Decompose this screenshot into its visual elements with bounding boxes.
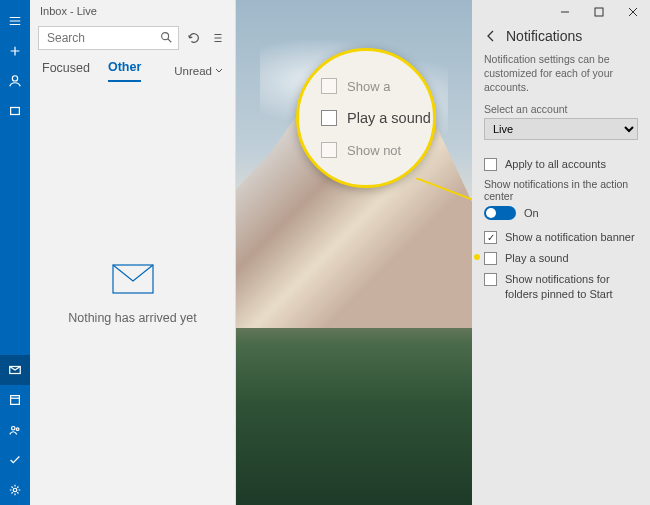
- people-icon[interactable]: [0, 415, 30, 445]
- toggle-label: On: [524, 207, 539, 219]
- message-list-pane: Inbox - Live Focused Other Unread Nothin…: [30, 0, 236, 505]
- settings-icon[interactable]: [0, 475, 30, 505]
- label-apply-all: Apply to all accounts: [505, 157, 606, 171]
- option-apply-all: Apply to all accounts: [484, 157, 638, 171]
- lens-row-top: Show a: [321, 78, 433, 94]
- search-box: [38, 26, 179, 50]
- filter-unread[interactable]: Unread: [174, 65, 223, 77]
- panel-header: Notifications: [484, 28, 638, 44]
- search-input[interactable]: [38, 26, 179, 50]
- label-banner: Show a notification banner: [505, 230, 635, 244]
- panel-description: Notification settings can be customized …: [484, 52, 638, 95]
- filter-unread-label: Unread: [174, 65, 212, 77]
- folders-icon[interactable]: [0, 96, 30, 126]
- todo-icon[interactable]: [0, 445, 30, 475]
- minimize-button[interactable]: [548, 0, 582, 24]
- option-banner: Show a notification banner: [484, 230, 638, 244]
- search-row: [30, 22, 235, 54]
- calendar-icon[interactable]: [0, 385, 30, 415]
- search-icon[interactable]: [159, 30, 173, 44]
- lens-checkbox-main: [321, 110, 337, 126]
- svg-rect-1: [11, 108, 20, 115]
- empty-state-text: Nothing has arrived yet: [68, 311, 197, 325]
- svg-point-6: [13, 488, 17, 492]
- toggle-switch[interactable]: [484, 206, 516, 220]
- svg-point-4: [12, 427, 16, 431]
- window-title: Inbox - Live: [30, 0, 235, 22]
- section-action-center: Show notifications in the action center: [484, 178, 638, 202]
- chevron-down-icon: [215, 67, 223, 75]
- checkbox-banner[interactable]: [484, 231, 497, 244]
- lens-row-bottom: Show not: [321, 142, 433, 158]
- reading-pane-background: Show a Play a sound Show not: [236, 0, 472, 505]
- label-folders: Show notifications for folders pinned to…: [505, 272, 638, 301]
- mail-icon[interactable]: [0, 355, 30, 385]
- checkbox-apply-all[interactable]: [484, 158, 497, 171]
- callout-leader-line: [416, 178, 472, 238]
- label-play-sound: Play a sound: [505, 251, 569, 265]
- menu-icon[interactable]: [0, 6, 30, 36]
- svg-point-5: [16, 428, 19, 431]
- settings-panel: Notifications Notification settings can …: [472, 0, 650, 505]
- envelope-icon: [111, 263, 155, 295]
- svg-line-9: [416, 178, 472, 228]
- account-select[interactable]: Live: [484, 118, 638, 140]
- select-mode-icon[interactable]: [209, 29, 227, 47]
- new-mail-icon[interactable]: [0, 36, 30, 66]
- toggle-action-center: On: [484, 206, 638, 220]
- folder-tabs: Focused Other Unread: [30, 54, 235, 82]
- panel-title: Notifications: [506, 28, 582, 44]
- lens-checkbox-bottom: [321, 142, 337, 158]
- svg-point-7: [162, 33, 169, 40]
- back-icon[interactable]: [484, 29, 498, 43]
- checkbox-play-sound[interactable]: [484, 252, 497, 265]
- checkbox-folders[interactable]: [484, 273, 497, 286]
- tab-focused[interactable]: Focused: [42, 61, 90, 81]
- option-play-sound: Play a sound: [484, 251, 638, 265]
- option-folders: Show notifications for folders pinned to…: [484, 272, 638, 301]
- select-account-label: Select an account: [484, 103, 638, 115]
- refresh-icon[interactable]: [185, 29, 203, 47]
- app-root: Inbox - Live Focused Other Unread Nothin…: [0, 0, 650, 505]
- callout-magnifier: Show a Play a sound Show not: [296, 48, 436, 188]
- lens-row-main: Play a sound: [321, 110, 433, 126]
- tab-other[interactable]: Other: [108, 60, 141, 82]
- svg-point-0: [12, 76, 17, 81]
- maximize-button[interactable]: [582, 0, 616, 24]
- nav-rail: [0, 0, 30, 505]
- window-controls: [472, 0, 650, 24]
- message-list-empty: Nothing has arrived yet: [30, 82, 235, 505]
- svg-rect-3: [11, 396, 20, 405]
- lens-checkbox-top: [321, 78, 337, 94]
- svg-rect-11: [595, 8, 603, 16]
- close-button[interactable]: [616, 0, 650, 24]
- account-icon[interactable]: [0, 66, 30, 96]
